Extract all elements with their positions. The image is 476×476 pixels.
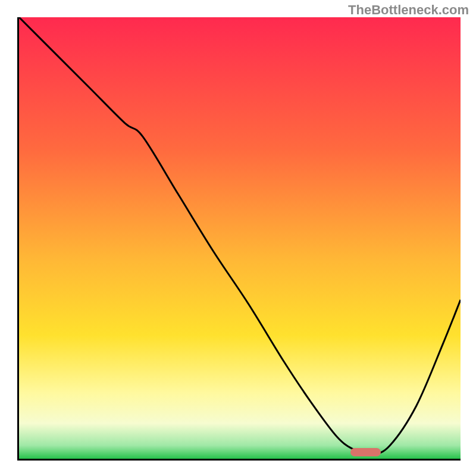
gradient-background (19, 17, 461, 459)
plot-area (17, 17, 461, 461)
watermark-text: TheBottleneck.com (348, 2, 469, 18)
svg-rect-0 (19, 17, 461, 459)
optimal-marker (350, 448, 381, 456)
chart-container: TheBottleneck.com (0, 0, 476, 476)
